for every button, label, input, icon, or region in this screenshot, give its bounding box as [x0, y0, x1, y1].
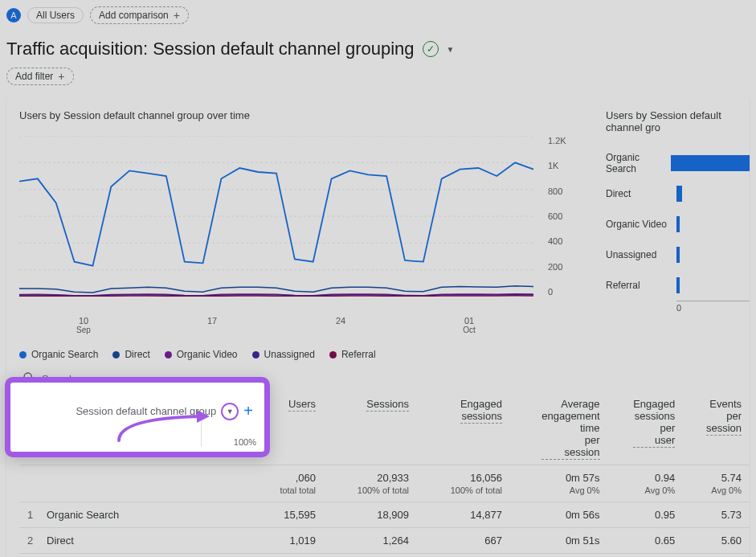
bar-chart-x-axis: 05	[676, 301, 750, 313]
bar-row[interactable]: Referral	[606, 270, 750, 301]
add-comparison-label: Add comparison	[99, 10, 169, 21]
table-row[interactable]: 2Direct1,0191,2646670m 51s0.655.60	[19, 528, 750, 554]
col-header[interactable]: Averageengagementtimepersession	[510, 393, 608, 465]
report-card: Users by Session default channel group o…	[6, 96, 750, 557]
bar-row[interactable]: Direct	[606, 178, 750, 209]
line-chart[interactable]: 1.2K1K8006004002000	[19, 136, 574, 313]
add-filter-button[interactable]: Add filter +	[6, 68, 74, 85]
highlight-callout: Session default channel group ▼ + 100%	[5, 377, 270, 457]
bar-chart-title: Users by Session default channel gro	[606, 109, 750, 133]
comparison-bar: A All Users Add comparison +	[6, 6, 756, 24]
page-title-text: Traffic acquisition: Session default cha…	[6, 39, 415, 59]
bar-chart-panel: Users by Session default channel gro Org…	[606, 109, 750, 360]
line-chart-panel: Users by Session default channel group o…	[19, 109, 582, 360]
line-chart-x-axis: 10Sep172401Oct	[19, 316, 533, 334]
plus-icon: +	[174, 9, 180, 22]
line-chart-title: Users by Session default channel group o…	[19, 109, 582, 121]
legend-item[interactable]: Unassigned	[252, 349, 315, 360]
line-chart-legend: Organic SearchDirectOrganic VideoUnassig…	[19, 349, 582, 360]
col-header[interactable]: Eventspersession	[683, 393, 750, 465]
legend-item[interactable]: Organic Video	[165, 349, 238, 360]
bar-row[interactable]: Unassigned	[606, 240, 750, 270]
add-filter-label: Add filter	[15, 71, 53, 82]
segment-badge: A	[6, 8, 21, 23]
add-comparison-button[interactable]: Add comparison +	[90, 6, 189, 24]
totals-row: ,060 total total20,933100% of total16,05…	[19, 465, 750, 502]
col-header[interactable]: Engagedsessionsperuser	[608, 393, 684, 465]
table-row[interactable]: 3Organic Video2433342361m 02s0.977.37	[19, 554, 750, 558]
page-title: Traffic acquisition: Session default cha…	[6, 39, 756, 59]
bar-row[interactable]: Organic Search	[606, 148, 750, 178]
legend-item[interactable]: Referral	[329, 349, 376, 360]
col-header[interactable]: Sessions	[324, 393, 417, 465]
add-dimension-button[interactable]: +	[243, 402, 253, 420]
check-circle-icon[interactable]: ✓	[423, 41, 439, 57]
title-dropdown-caret-icon[interactable]: ▼	[447, 45, 455, 54]
segment-all-users[interactable]: All Users	[27, 7, 84, 23]
highlight-pct: 100%	[201, 421, 256, 447]
plus-icon: +	[58, 70, 64, 83]
table-row[interactable]: 1Organic Search15,59518,90914,8770m 56s0…	[19, 502, 750, 528]
col-header[interactable]: Engagedsessions	[417, 393, 510, 465]
legend-item[interactable]: Organic Search	[19, 349, 98, 360]
bar-chart[interactable]: Organic SearchDirectOrganic VideoUnassig…	[606, 148, 750, 301]
bar-row[interactable]: Organic Video	[606, 209, 750, 240]
legend-item[interactable]: Direct	[112, 349, 149, 360]
